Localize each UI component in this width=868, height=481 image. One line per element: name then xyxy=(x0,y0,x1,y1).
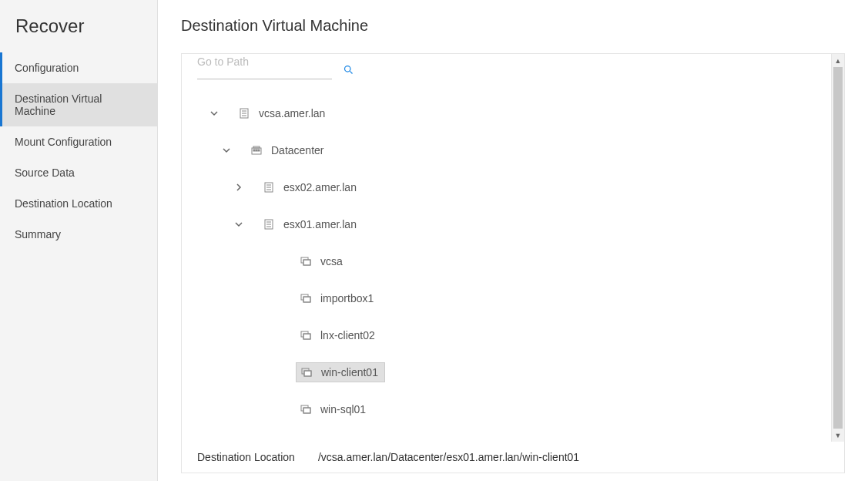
sidebar-item-label: Source Data xyxy=(15,166,75,179)
sidebar-item-label: Mount Configuration xyxy=(15,136,112,148)
sidebar-item-source-data[interactable]: Source Data xyxy=(0,157,157,188)
svg-rect-20 xyxy=(303,260,310,265)
svg-rect-29 xyxy=(304,371,311,376)
vm-panel: Go to Path vcsa.amer.lanDatacenteresx02.… xyxy=(181,53,845,473)
search-icon[interactable] xyxy=(343,64,354,76)
tree-node-label: win-client01 xyxy=(321,366,378,378)
svg-rect-9 xyxy=(256,150,257,151)
destination-location-path: /vcsa.amer.lan/Datacenter/esx01.amer.lan… xyxy=(318,451,579,463)
chevron-down-icon[interactable] xyxy=(217,146,236,155)
vm-tree: vcsa.amer.lanDatacenteresx02.amer.lanesx… xyxy=(197,95,829,436)
tree-node-label: lnx-client02 xyxy=(320,329,375,341)
sidebar-item-label: Destination Location xyxy=(15,197,112,210)
vm-icon xyxy=(300,368,313,377)
search-ghost-text: Go to Path xyxy=(197,56,249,68)
main-pane: Destination Virtual Machine Go to Path v… xyxy=(158,0,868,481)
tree-row[interactable]: esx01.amer.lan xyxy=(205,206,829,243)
svg-rect-23 xyxy=(303,297,310,302)
tree-row[interactable]: lnx-client02 xyxy=(205,317,829,354)
panel-content: Go to Path vcsa.amer.lanDatacenteresx02.… xyxy=(182,54,844,442)
tree-node[interactable]: vcsa xyxy=(296,252,349,271)
sidebar-item-label: Destination Virtual Machine xyxy=(15,92,102,117)
svg-rect-26 xyxy=(303,334,310,339)
sidebar: Recover ConfigurationDestination Virtual… xyxy=(0,0,158,481)
sidebar-item-destination-virtual-machine[interactable]: Destination Virtual Machine xyxy=(0,83,157,126)
server-icon xyxy=(237,108,251,119)
vm-icon xyxy=(299,405,313,414)
sidebar-item-label: Summary xyxy=(15,228,61,240)
tree-node[interactable]: esx01.amer.lan xyxy=(259,215,363,234)
vm-icon xyxy=(299,257,313,266)
tree-node[interactable]: win-sql01 xyxy=(296,400,372,419)
page-title: Destination Virtual Machine xyxy=(181,17,845,35)
sidebar-item-destination-location[interactable]: Destination Location xyxy=(0,188,157,219)
tree-row[interactable]: win-sql01 xyxy=(205,391,829,428)
tree-node-label: vcsa.amer.lan xyxy=(259,107,325,119)
chevron-down-icon[interactable] xyxy=(205,109,223,118)
svg-point-0 xyxy=(345,66,351,72)
tree-node-label: importbox1 xyxy=(320,292,374,304)
sidebar-item-configuration[interactable]: Configuration xyxy=(0,52,157,83)
tree-node-label: Datacenter xyxy=(271,144,323,156)
tree-row[interactable]: vcsa.amer.lan xyxy=(205,95,829,132)
sidebar-item-summary[interactable]: Summary xyxy=(0,219,157,250)
datacenter-icon xyxy=(250,146,263,155)
vm-icon xyxy=(299,294,313,303)
tree-node[interactable]: vcsa.amer.lan xyxy=(234,104,331,123)
tree-row[interactable]: win-client01 xyxy=(205,354,829,391)
tree-row[interactable]: esx02.amer.lan xyxy=(205,169,829,206)
destination-location-row: Destination Location /vcsa.amer.lan/Data… xyxy=(182,442,844,473)
vm-icon xyxy=(299,331,313,340)
tree-node[interactable]: win-client01 xyxy=(296,362,385,382)
tree-node-label: esx01.amer.lan xyxy=(283,218,357,230)
svg-rect-7 xyxy=(253,146,260,148)
sidebar-item-label: Configuration xyxy=(15,62,79,74)
tree-node-label: win-sql01 xyxy=(320,403,366,415)
tree-node[interactable]: lnx-client02 xyxy=(296,326,381,345)
sidebar-nav: ConfigurationDestination Virtual Machine… xyxy=(0,52,157,250)
scrollbar[interactable]: ▲ ▼ xyxy=(831,54,844,442)
tree-row[interactable]: importbox1 xyxy=(205,280,829,317)
scroll-down-arrow[interactable]: ▼ xyxy=(832,429,844,442)
tree-node-label: vcsa xyxy=(320,255,343,267)
svg-rect-8 xyxy=(253,150,255,151)
tree-node[interactable]: esx02.amer.lan xyxy=(259,178,363,197)
tree-node[interactable]: Datacenter xyxy=(246,141,330,160)
scroll-thumb[interactable] xyxy=(833,67,843,429)
search-row: Go to Path xyxy=(197,60,829,79)
host-icon xyxy=(262,182,276,193)
tree-node[interactable]: importbox1 xyxy=(296,289,380,308)
tree-node-label: esx02.amer.lan xyxy=(283,181,357,193)
chevron-down-icon[interactable] xyxy=(230,220,248,229)
sidebar-title: Recover xyxy=(0,15,157,52)
scroll-up-arrow[interactable]: ▲ xyxy=(832,54,844,67)
destination-location-label: Destination Location xyxy=(197,451,295,463)
svg-rect-32 xyxy=(303,408,310,413)
chevron-right-icon[interactable] xyxy=(230,183,248,192)
sidebar-item-mount-configuration[interactable]: Mount Configuration xyxy=(0,126,157,157)
svg-line-1 xyxy=(350,71,352,73)
tree-row[interactable]: vcsa xyxy=(205,243,829,280)
svg-rect-10 xyxy=(258,150,260,151)
tree-row[interactable]: Datacenter xyxy=(205,132,829,169)
host-icon xyxy=(262,219,276,230)
